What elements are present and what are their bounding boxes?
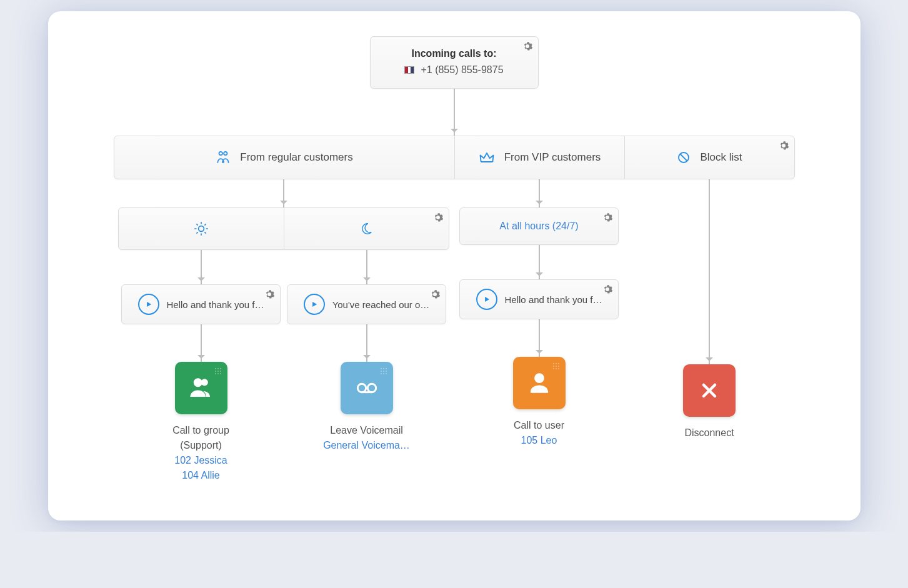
play-button[interactable] [138,294,159,315]
terminal-title: Leave Voicemail [323,423,410,438]
terminal-voicemail[interactable] [341,362,393,414]
branch-regular-customers[interactable]: From regular customers [114,136,455,179]
terminal-label: Call to user 105 Leo [514,418,564,448]
branch-label: Block list [700,151,742,164]
gear-icon[interactable] [264,289,275,300]
arrow-icon [201,324,202,362]
terminal-title: Disconnect [684,426,734,441]
extension-link[interactable]: 102 Jessica [172,453,229,468]
gear-icon[interactable] [602,212,613,223]
arrow-icon [366,250,367,284]
caller-type-branches: From regular customers From VIP customer… [114,136,795,179]
gear-icon[interactable] [522,41,533,52]
root-phone: +1 (855) 855-9875 [404,64,503,76]
gear-icon[interactable] [602,284,613,295]
drag-handle-icon[interactable] [552,362,561,371]
user-icon [526,370,552,396]
people-icon [215,149,231,166]
greeting-node-night[interactable]: You've reached our o… [287,284,446,324]
arrow-icon [539,179,540,207]
terminal-label: Call to group (Support) 102 Jessica 104 … [172,423,229,483]
extension-link[interactable]: 104 Allie [172,468,229,483]
flag-icon [404,66,414,74]
greeting-text: Hello and thank you f… [167,299,264,310]
arrow-icon [539,245,540,279]
drag-handle-icon[interactable] [214,367,222,376]
greeting-text: You've reached our o… [332,299,430,310]
branch-block-list[interactable]: Block list [625,136,794,179]
business-hours-node[interactable] [118,207,449,250]
arrow-icon [709,179,710,364]
call-flow-panel: Incoming calls to: +1 (855) 855-9875 Fro… [48,11,861,521]
terminal-disconnect[interactable] [683,364,736,417]
arrow-icon [201,250,202,284]
voicemail-icon [352,378,382,398]
terminal-subtitle: (Support) [172,438,229,453]
crown-icon [478,149,496,166]
terminal-call-group[interactable] [175,362,227,414]
branch-vip-customers[interactable]: From VIP customers [455,136,625,179]
extension-link[interactable]: 105 Leo [514,433,564,448]
terminal-title: Call to group [172,423,229,438]
hours-node-vip[interactable]: At all hours (24/7) [459,207,619,245]
play-button[interactable] [304,294,325,315]
voicemail-link[interactable]: General Voicema… [323,438,410,453]
arrow-icon [454,89,455,136]
block-icon [676,150,691,165]
group-icon [188,375,214,401]
arrow-icon [539,319,540,357]
arrow-icon [283,179,284,207]
gear-icon[interactable] [432,212,444,223]
phone-number: +1 (855) 855-9875 [421,64,503,76]
drag-handle-icon[interactable] [379,367,388,376]
greeting-text: Hello and thank you f… [505,294,602,305]
sun-icon [193,221,209,237]
close-icon [698,379,721,402]
arrow-icon [366,324,367,362]
root-title: Incoming calls to: [411,48,496,59]
incoming-calls-node[interactable]: Incoming calls to: +1 (855) 855-9875 [370,36,539,89]
all-hours-label: At all hours (24/7) [466,221,612,232]
gear-icon[interactable] [429,289,441,300]
branch-label: From regular customers [240,151,352,164]
play-button[interactable] [476,289,497,310]
branch-label: From VIP customers [504,151,601,164]
gear-icon[interactable] [778,140,789,151]
terminal-title: Call to user [514,418,564,433]
greeting-node-vip[interactable]: Hello and thank you f… [459,279,619,319]
daytime-cell[interactable] [119,208,284,249]
greeting-node-day[interactable]: Hello and thank you f… [121,284,281,324]
nighttime-cell[interactable] [284,208,449,249]
terminal-label: Disconnect [684,426,734,441]
terminal-call-user[interactable] [513,357,566,409]
terminal-label: Leave Voicemail General Voicema… [323,423,410,453]
moon-icon [359,222,373,236]
